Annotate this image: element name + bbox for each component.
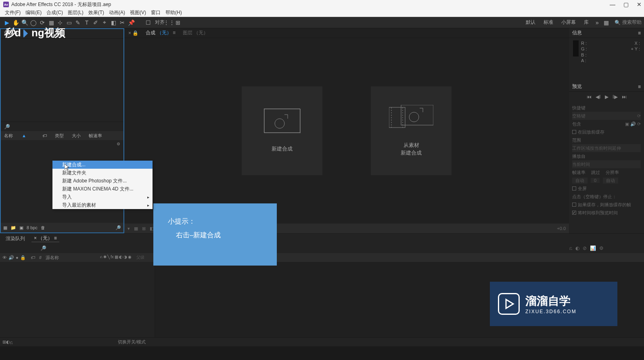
menu-help[interactable]: 帮助(H): [163, 9, 184, 16]
next-frame-icon[interactable]: Ⅰ▶: [613, 94, 618, 100]
include-audio-icon[interactable]: 🔊: [630, 121, 636, 126]
col-name[interactable]: 名称▲: [4, 133, 34, 139]
magnification-icon[interactable]: ▾: [128, 226, 130, 231]
refresh-icon[interactable]: ⟳: [637, 113, 641, 119]
comp-tab[interactable]: 合成 （无） ≡: [146, 29, 176, 36]
play-icon[interactable]: ▶: [605, 94, 608, 100]
toggle-switches-label[interactable]: 切换开关/模式: [118, 339, 146, 345]
new-comp-icon[interactable]: ▣: [19, 225, 23, 230]
new-folder-icon[interactable]: 📁: [10, 225, 16, 230]
workspace-default[interactable]: 默认: [522, 19, 539, 26]
delete-icon[interactable]: 🗑: [41, 225, 45, 230]
interpret-icon[interactable]: ▦: [3, 225, 7, 230]
timeline-search-icon[interactable]: 🔎: [40, 245, 46, 251]
shape-tool-icon[interactable]: ▭: [65, 18, 73, 27]
exposure-value[interactable]: +0.0: [557, 226, 566, 231]
bpc-label[interactable]: 8 bpc: [27, 225, 38, 230]
help-search[interactable]: 🔍 搜索帮助: [615, 19, 642, 26]
video-icon[interactable]: 👁: [2, 255, 7, 260]
menu-file[interactable]: 文件(F): [2, 9, 23, 16]
cm-new-c4d[interactable]: 新建 MAXON CINEMA 4D 文件...: [52, 185, 153, 193]
text-tool-icon[interactable]: T: [82, 18, 91, 27]
include-overlay-icon[interactable]: ⟳: [637, 121, 641, 126]
workspace-menu-icon[interactable]: ▦: [602, 18, 611, 27]
frame-blend-icon[interactable]: ▦: [115, 255, 118, 260]
rate-values[interactable]: 自动 0 自动: [572, 176, 641, 184]
maximize-button[interactable]: ▢: [623, 1, 629, 8]
tl-graph-icon[interactable]: 📊: [590, 245, 596, 251]
preview-panel-menu-icon[interactable]: ≡: [638, 84, 641, 90]
puppet-tool-icon[interactable]: 📌: [127, 18, 136, 27]
col-type[interactable]: 类型: [55, 133, 64, 139]
fullscreen-checkbox[interactable]: [572, 186, 576, 190]
close-button[interactable]: ✕: [637, 1, 642, 8]
col-type-tag-icon[interactable]: 🏷: [42, 133, 47, 138]
minimize-button[interactable]: —: [610, 1, 615, 8]
fullscreen-row[interactable]: 全屏: [572, 184, 641, 193]
cache-play-checkbox[interactable]: [572, 203, 576, 207]
cm-import-recent[interactable]: 导入最近的素材 ▸: [52, 201, 153, 209]
col-size[interactable]: 大小: [72, 133, 81, 139]
fx-icon[interactable]: fx: [111, 255, 114, 260]
col-fps[interactable]: 帧速率: [89, 133, 102, 139]
flowchart-icon[interactable]: ⚙: [117, 142, 120, 146]
quality-icon[interactable]: ╲: [107, 255, 110, 260]
shortcut-value[interactable]: 空格键⟳: [572, 112, 641, 120]
grid-icon[interactable]: ⊞: [142, 226, 146, 231]
label-column-icon[interactable]: 🏷: [31, 255, 35, 260]
workspace-library[interactable]: 库: [580, 19, 593, 26]
comp-from-footage-card[interactable]: 从素材 新建合成: [371, 86, 452, 175]
playfrom-value[interactable]: 当前时间: [572, 160, 641, 168]
collapse-icon[interactable]: ✱: [103, 255, 107, 260]
info-panel-menu-icon[interactable]: ≡: [638, 30, 641, 36]
menu-window[interactable]: 窗口: [148, 9, 163, 16]
roto-tool-icon[interactable]: ✂: [118, 18, 127, 27]
prev-frame-icon[interactable]: ◀Ⅰ: [596, 94, 601, 100]
workspace-more-icon[interactable]: »: [593, 18, 602, 27]
footer-search-icon[interactable]: 🔎: [115, 225, 121, 230]
last-frame-icon[interactable]: ⏭: [622, 94, 627, 100]
lock-icon[interactable]: 🔒: [20, 255, 26, 260]
tl-brainstorm-icon[interactable]: ⚙: [599, 245, 604, 251]
workspace-small[interactable]: 小屏幕: [557, 19, 580, 26]
menu-edit[interactable]: 编辑(E): [23, 9, 44, 16]
info-panel-title[interactable]: 信息: [572, 29, 582, 36]
range-value[interactable]: 工作区域按当前时间延伸: [572, 144, 641, 152]
clone-tool-icon[interactable]: ⌖: [100, 18, 109, 27]
parent-icon[interactable]: 父级: [136, 255, 144, 260]
tl-draft-icon[interactable]: ◐: [575, 245, 579, 251]
move-preview-row[interactable]: 将时间移到预览时间: [572, 209, 641, 217]
audio-icon[interactable]: 🔊: [8, 255, 14, 260]
tl-shy-icon[interactable]: ⎌: [569, 245, 572, 251]
timeline-layers[interactable]: [0, 262, 155, 337]
resolution-icon[interactable]: ▦: [134, 226, 138, 231]
snap-grid-icon[interactable]: ⊞: [174, 18, 182, 27]
3d-icon[interactable]: ◉: [128, 255, 132, 260]
menu-composition[interactable]: 合成(C): [44, 9, 65, 16]
cache-play-row[interactable]: 如果缓存，则播放缓存的帧: [572, 201, 641, 209]
tl-blur-icon[interactable]: ⊘: [583, 245, 587, 251]
menu-layer[interactable]: 图层(L): [65, 9, 86, 16]
new-comp-card[interactable]: 新建合成: [242, 86, 322, 175]
move-preview-checkbox[interactable]: [572, 211, 576, 215]
cm-new-photoshop[interactable]: 新建 Adobe Photoshop 文件...: [52, 177, 153, 185]
preview-panel-title[interactable]: 预览: [572, 83, 582, 90]
pen-tool-icon[interactable]: ✎: [73, 18, 82, 27]
adjustment-icon[interactable]: ◑: [123, 255, 127, 260]
motion-blur-icon[interactable]: ◐: [119, 255, 123, 260]
render-queue-tab[interactable]: 渲染队列: [3, 235, 27, 242]
eraser-tool-icon[interactable]: ◧: [109, 18, 118, 27]
layer-tab[interactable]: 图层 （无）: [183, 29, 208, 36]
first-frame-icon[interactable]: ⏮: [587, 94, 592, 100]
menu-effect[interactable]: 效果(T): [86, 9, 107, 16]
number-column-icon[interactable]: #: [39, 255, 42, 260]
solo-icon[interactable]: ●: [16, 255, 19, 260]
brush-tool-icon[interactable]: ✐: [91, 18, 100, 27]
source-name-column[interactable]: 源名称: [46, 255, 59, 261]
include-video-icon[interactable]: ▣: [625, 121, 629, 126]
cm-import[interactable]: 导入 ▸: [52, 193, 153, 201]
frame-blend-footer-icon[interactable]: ⎌: [10, 340, 13, 345]
project-search[interactable]: 🔎: [1, 121, 123, 131]
comp-lock-icon[interactable]: × 🔒: [128, 30, 138, 36]
menu-view[interactable]: 视图(V): [128, 9, 148, 16]
